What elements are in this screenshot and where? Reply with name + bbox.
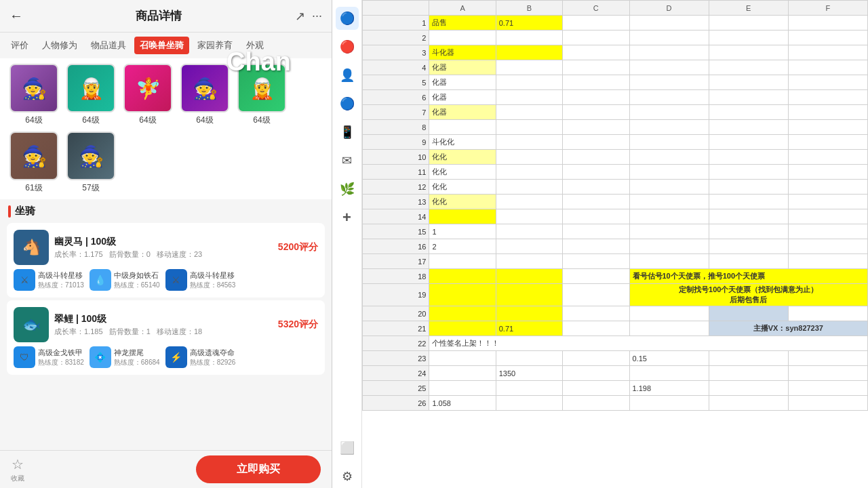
cell-c3[interactable] <box>563 45 629 60</box>
cell-d7[interactable] <box>629 105 709 120</box>
cell-b12[interactable] <box>496 180 562 195</box>
cell-d23[interactable]: 0.15 <box>629 351 709 366</box>
cell-a15[interactable]: 1 <box>429 224 496 239</box>
cell-e7[interactable] <box>709 105 788 120</box>
cell-a17[interactable] <box>429 254 496 269</box>
cell-c7[interactable] <box>563 105 629 120</box>
sidebar-layout-icon[interactable]: ⬜ <box>336 436 359 460</box>
cell-f4[interactable] <box>788 60 867 75</box>
cell-a9[interactable]: 斗化化 <box>429 135 496 150</box>
cell-b14[interactable] <box>496 209 562 224</box>
buy-button[interactable]: 立即购买 <box>196 455 321 483</box>
cell-f23[interactable] <box>788 351 867 366</box>
cell-c18[interactable] <box>563 269 629 284</box>
tab-items[interactable]: 物品道具 <box>85 37 132 54</box>
cell-f1[interactable] <box>788 16 867 30</box>
cell-f7[interactable] <box>788 105 867 120</box>
cell-b6[interactable] <box>496 90 562 105</box>
cell-d16[interactable] <box>629 239 709 254</box>
col-header-c[interactable]: C <box>563 1 629 16</box>
cell-b10[interactable] <box>496 150 562 165</box>
cell-d20[interactable] <box>629 306 709 321</box>
char-item[interactable]: 🧙 57级 <box>65 131 117 194</box>
cell-a19[interactable] <box>429 284 496 306</box>
cell-e12[interactable] <box>709 180 788 195</box>
cell-d14[interactable] <box>629 209 709 224</box>
cell-b24[interactable]: 1350 <box>496 366 562 381</box>
cell-e14[interactable] <box>709 209 788 224</box>
cell-e17[interactable] <box>709 254 788 269</box>
cell-a21[interactable] <box>429 321 496 336</box>
cell-a10[interactable]: 化化 <box>429 150 496 165</box>
cell-d8[interactable] <box>629 120 709 135</box>
cell-e4[interactable] <box>709 60 788 75</box>
cell-a6[interactable]: 化器 <box>429 90 496 105</box>
cell-e2[interactable] <box>709 30 788 45</box>
cell-c23[interactable] <box>563 351 629 366</box>
cell-f8[interactable] <box>788 120 867 135</box>
cell-b26[interactable] <box>496 396 562 411</box>
cell-d24[interactable] <box>629 366 709 381</box>
cell-b23[interactable] <box>496 351 562 366</box>
cell-f5[interactable] <box>788 75 867 90</box>
tab-mount[interactable]: 召唤兽坐骑 <box>134 37 189 54</box>
cell-c17[interactable] <box>563 254 629 269</box>
sidebar-chat-icon[interactable]: 🔵 <box>336 7 359 30</box>
cell-a20[interactable] <box>429 306 496 321</box>
col-header-d[interactable]: D <box>629 1 709 16</box>
cell-notice-2[interactable]: 定制找号100个天使票（找到包满意为止） 后期包售后 <box>629 284 868 306</box>
cell-d10[interactable] <box>629 150 709 165</box>
cell-e5[interactable] <box>709 75 788 90</box>
cell-e16[interactable] <box>709 239 788 254</box>
sidebar-user-icon[interactable]: 👤 <box>336 64 359 87</box>
cell-d15[interactable] <box>629 224 709 239</box>
cell-c16[interactable] <box>563 239 629 254</box>
col-header-f[interactable]: F <box>788 1 867 16</box>
cell-a5[interactable]: 化器 <box>429 75 496 90</box>
cell-c8[interactable] <box>563 120 629 135</box>
cell-d9[interactable] <box>629 135 709 150</box>
cell-a1[interactable]: 品售 <box>429 16 496 30</box>
cell-c6[interactable] <box>563 90 629 105</box>
cell-f2[interactable] <box>788 30 867 45</box>
cell-e11[interactable] <box>709 165 788 180</box>
cell-d25[interactable]: 1.198 <box>629 381 709 396</box>
cell-c10[interactable] <box>563 150 629 165</box>
cell-e6[interactable] <box>709 90 788 105</box>
cell-f13[interactable] <box>788 195 867 209</box>
cell-c9[interactable] <box>563 135 629 150</box>
cell-c2[interactable] <box>563 30 629 45</box>
cell-d17[interactable] <box>629 254 709 269</box>
cell-e15[interactable] <box>709 224 788 239</box>
cell-b15[interactable] <box>496 224 562 239</box>
cell-b2[interactable] <box>496 30 562 45</box>
sidebar-circle-icon[interactable]: 🔵 <box>336 92 359 115</box>
cell-d1[interactable] <box>629 16 709 30</box>
cell-a8[interactable] <box>429 120 496 135</box>
spreadsheet-area[interactable]: A B C D E F 1 品售 0.71 <box>362 0 868 488</box>
cell-e3[interactable] <box>709 45 788 60</box>
cell-notice-1[interactable]: 看号估号10个天使票，推号100个天使票 <box>629 269 868 284</box>
col-header-e[interactable]: E <box>709 1 788 16</box>
cell-b11[interactable] <box>496 165 562 180</box>
share-icon[interactable]: ↗ <box>295 9 305 24</box>
cell-c5[interactable] <box>563 75 629 90</box>
cell-a14[interactable] <box>429 209 496 224</box>
cell-b20[interactable] <box>496 306 562 321</box>
char-item[interactable]: 🧝 64级 <box>236 64 288 126</box>
cell-d26[interactable] <box>629 396 709 411</box>
cell-b3[interactable] <box>496 45 562 60</box>
tab-appearance[interactable]: 外观 <box>241 37 269 54</box>
cell-e20[interactable] <box>709 306 788 321</box>
sidebar-message-icon[interactable]: ✉ <box>336 149 359 172</box>
cell-e10[interactable] <box>709 150 788 165</box>
cell-c26[interactable] <box>563 396 629 411</box>
cell-e23[interactable] <box>709 351 788 366</box>
cell-b18[interactable] <box>496 269 562 284</box>
cell-c11[interactable] <box>563 165 629 180</box>
cell-d6[interactable] <box>629 90 709 105</box>
cell-c19[interactable] <box>563 284 629 306</box>
cell-c24[interactable] <box>563 366 629 381</box>
char-item[interactable]: 🧙 64级 <box>179 64 231 126</box>
cell-a16[interactable]: 2 <box>429 239 496 254</box>
